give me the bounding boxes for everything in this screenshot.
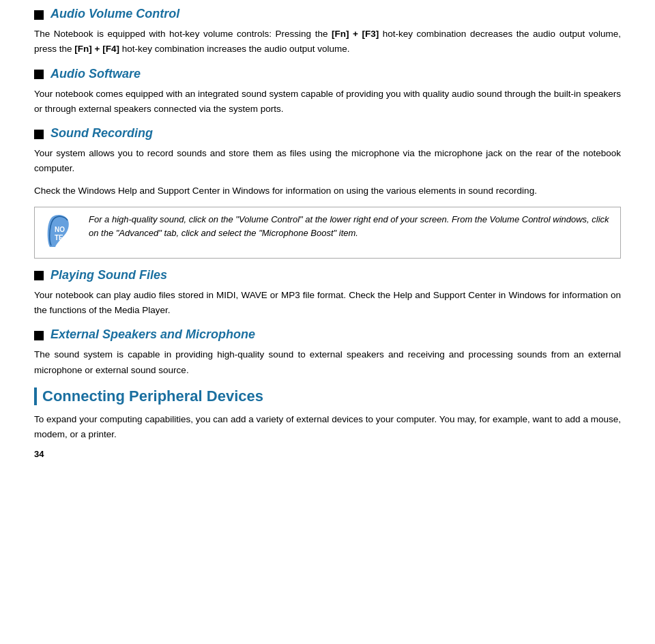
playing-sound-body: Your notebook can play audio files store… xyxy=(34,288,621,319)
bullet-icon xyxy=(34,331,44,340)
heading-external-speakers: External Speakers and Microphone xyxy=(50,327,255,342)
connecting-section: Connecting Peripheral Devices xyxy=(34,387,621,405)
section-audio-software: Audio Software Your notebook comes equip… xyxy=(34,67,621,117)
heading-audio-software: Audio Software xyxy=(50,67,141,81)
section-sound-recording: Sound Recording Your system allows you t… xyxy=(34,126,621,259)
external-speakers-body: The sound system is capable in providing… xyxy=(34,347,621,378)
section-playing-sound-files: Playing Sound Files Your notebook can pl… xyxy=(34,268,621,319)
bullet-icon xyxy=(34,271,44,280)
connecting-heading: Connecting Peripheral Devices xyxy=(42,387,263,405)
heading-audio-volume: Audio Volume Control xyxy=(50,7,179,21)
section-heading-external-speakers: External Speakers and Microphone xyxy=(34,327,621,342)
note-box: NO TE For a high-quality sound, click on… xyxy=(34,207,621,259)
svg-text:NO: NO xyxy=(55,226,65,233)
bullet-icon xyxy=(34,70,44,79)
key-fn-f4: [Fn] + [F4] xyxy=(74,44,119,54)
connecting-body: To expand your computing capabilities, y… xyxy=(34,412,621,443)
section-external-speakers: External Speakers and Microphone The sou… xyxy=(34,327,621,378)
section-heading-playing-sound: Playing Sound Files xyxy=(34,268,621,282)
key-fn-f3: [Fn] + [F3] xyxy=(332,29,379,39)
section-heading-sound-recording: Sound Recording xyxy=(34,126,621,141)
sound-recording-body-1: Your system allows you to record sounds … xyxy=(34,146,621,177)
section-heading-audio-volume: Audio Volume Control xyxy=(34,7,621,21)
bullet-icon xyxy=(34,130,44,139)
note-text: For a high-quality sound, click on the "… xyxy=(89,213,612,240)
heading-playing-sound: Playing Sound Files xyxy=(50,268,167,282)
audio-software-body: Your notebook comes equipped with an int… xyxy=(34,87,621,117)
section-heading-audio-software: Audio Software xyxy=(34,67,621,81)
audio-volume-body: The Notebook is equipped with hot-key vo… xyxy=(34,27,621,57)
section-audio-volume-control: Audio Volume Control The Notebook is equ… xyxy=(34,7,621,57)
note-icon: NO TE xyxy=(43,213,81,252)
heading-sound-recording: Sound Recording xyxy=(50,126,153,141)
sound-recording-body-2: Check the Windows Help and Support Cente… xyxy=(34,184,621,199)
svg-text:TE: TE xyxy=(55,234,63,241)
bullet-icon xyxy=(34,10,44,20)
page-number: 34 xyxy=(34,449,621,459)
page-container: Audio Volume Control The Notebook is equ… xyxy=(0,0,655,644)
